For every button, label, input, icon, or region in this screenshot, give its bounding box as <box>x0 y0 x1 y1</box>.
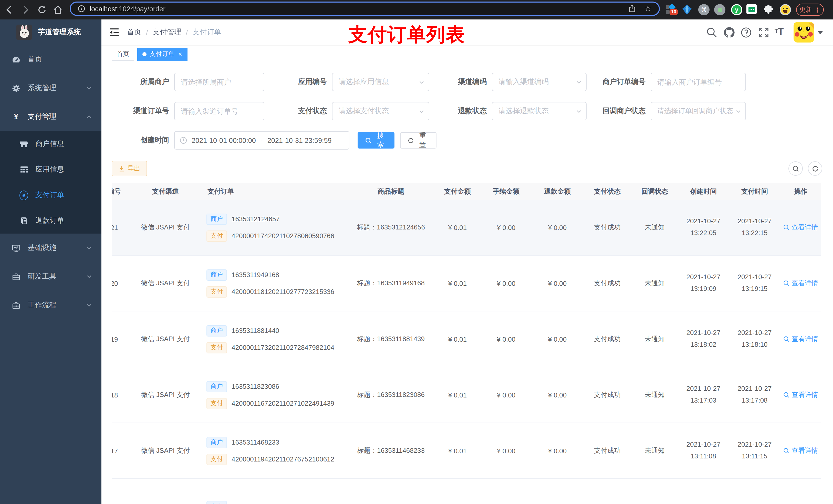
merchant-order-no-input[interactable] <box>651 73 746 91</box>
field-label: 退款状态 <box>430 106 492 116</box>
avatar[interactable] <box>793 22 814 43</box>
chevron-down-icon <box>86 85 92 91</box>
app-select[interactable]: 请选择应用信息 <box>332 73 429 91</box>
view-detail-link[interactable]: 查看详情 <box>783 223 818 232</box>
browser-update-button[interactable]: 更新⋮ <box>796 4 824 16</box>
callback-status-select[interactable]: 请选择订单回调商户状态 <box>651 102 746 120</box>
bookmark-star-icon[interactable]: ☆ <box>644 5 652 13</box>
app-logo: 芋道管理系统 <box>0 20 101 45</box>
magnifier-icon <box>783 280 789 286</box>
magnifier-icon <box>783 224 789 231</box>
documents-icon <box>20 216 28 225</box>
browser-menu-icon[interactable]: ⋮ <box>814 6 821 14</box>
home-icon[interactable] <box>53 5 63 15</box>
table-header: 编号 支付渠道 支付订单 商品标题 支付金额 手续金额 退款金额 支付状态 回调… <box>112 183 821 200</box>
briefcase-icon <box>12 301 21 310</box>
sidebar-item-label: 首页 <box>28 55 42 64</box>
field-label: 回调商户状态 <box>589 106 651 116</box>
sidebar-item-label: 基础设施 <box>28 243 56 253</box>
sidebar-item-label: 工作流程 <box>28 301 56 310</box>
sidebar-item-dev-tools[interactable]: 研发工具 <box>0 262 101 291</box>
export-button[interactable]: 导出 <box>112 161 147 176</box>
view-detail-link[interactable]: 查看详情 <box>783 446 818 455</box>
reload-icon[interactable] <box>37 5 47 15</box>
font-size-icon[interactable]: TT <box>775 27 786 39</box>
github-icon[interactable] <box>723 27 735 39</box>
col-pay-time: 支付时间 <box>729 187 780 196</box>
sidebar-item-pay-order[interactable]: ¥ 支付订单 <box>0 182 101 208</box>
create-time-range-input[interactable]: 2021-10-01 00:00:00 - 2021-10-31 23:59:5… <box>174 131 349 149</box>
sidebar: 芋道管理系统 首页 系统管理 ¥ 支付管理 商户信息 <box>0 20 101 504</box>
extension-y-icon[interactable]: y <box>731 4 742 15</box>
url-path: :1024/pay/order <box>117 5 165 13</box>
extension-dot-icon[interactable] <box>714 4 725 15</box>
sidebar-item-label: 退款订单 <box>35 216 64 225</box>
sidebar-item-payment[interactable]: ¥ 支付管理 <box>0 102 101 131</box>
sidebar-item-infrastructure[interactable]: 基础设施 <box>0 234 101 262</box>
dashboard-icon <box>12 55 21 64</box>
field-label: 创建时间 <box>113 136 174 145</box>
magnifier-icon <box>783 392 789 398</box>
view-detail-link[interactable]: 查看详情 <box>783 279 818 288</box>
view-detail-link[interactable]: 查看详情 <box>783 390 818 400</box>
breadcrumb-home[interactable]: 首页 <box>127 28 141 37</box>
extension-chat-icon[interactable] <box>746 4 758 15</box>
field-label: 所属商户 <box>113 77 174 87</box>
table-row: 21 微信 JSAPI 支付 商户1635312124657 支付4200001… <box>112 200 821 256</box>
help-icon[interactable] <box>740 27 752 39</box>
sidebar-item-refund-order[interactable]: 退款订单 <box>0 208 101 234</box>
extension-kite-icon[interactable] <box>681 4 693 15</box>
top-navbar: 首页 / 支付管理 / 支付订单 支付订单列表 TT <box>101 20 833 46</box>
back-icon[interactable] <box>4 5 14 15</box>
sidebar-item-system[interactable]: 系统管理 <box>0 74 101 102</box>
chevron-down-icon <box>576 79 582 86</box>
sidebar-item-workflow[interactable]: 工作流程 <box>0 291 101 320</box>
sidebar-item-merchant-info[interactable]: 商户信息 <box>0 131 101 157</box>
toggle-search-button[interactable] <box>788 161 803 176</box>
address-bar[interactable]: localhost:1024/pay/order ☆ <box>70 2 660 16</box>
breadcrumb-current: 支付订单 <box>193 28 221 37</box>
site-info-icon[interactable] <box>78 5 85 12</box>
sidebar-item-home[interactable]: 首页 <box>0 45 101 74</box>
sidebar-item-label: 商户信息 <box>35 139 64 148</box>
refund-status-select[interactable]: 请选择退款状态 <box>492 102 587 120</box>
update-label: 更新 <box>800 5 812 14</box>
refresh-table-button[interactable] <box>808 161 822 176</box>
reset-button[interactable]: 重置 <box>400 132 436 148</box>
fullscreen-icon[interactable] <box>758 27 769 39</box>
logo-avatar <box>16 25 32 40</box>
store-icon <box>20 140 28 148</box>
browser-toolbar: localhost:1024/pay/order ☆ 10 ⌘ y 更新⋮ <box>0 0 833 20</box>
extension-command-icon[interactable]: ⌘ <box>698 4 710 15</box>
search-button[interactable]: 搜索 <box>358 132 395 148</box>
extension-diamond-icon[interactable]: 10 <box>665 4 677 15</box>
extension-emoji-icon[interactable] <box>780 4 791 15</box>
view-detail-link[interactable]: 查看详情 <box>783 334 818 344</box>
tag-home[interactable]: 首页 <box>112 47 134 61</box>
gear-icon <box>12 84 21 93</box>
search-icon <box>365 137 372 144</box>
chevron-up-icon <box>86 114 92 120</box>
col-pay-amount: 支付金额 <box>434 187 480 196</box>
caret-down-icon[interactable] <box>818 31 823 34</box>
pay-status-select[interactable]: 请选择支付状态 <box>332 102 429 120</box>
close-icon[interactable]: × <box>178 51 182 57</box>
page-content: 所属商户 应用编号 请选择应用信息 渠道编码 请输入渠道编码 商户订单编号 <box>101 63 833 504</box>
merchant-input[interactable] <box>174 73 264 91</box>
channel-order-no-input[interactable] <box>174 102 264 120</box>
extensions-puzzle-icon[interactable] <box>763 4 774 15</box>
sidebar-item-label: 系统管理 <box>28 83 56 93</box>
chevron-down-icon <box>86 302 92 308</box>
channel-code-select[interactable]: 请输入渠道编码 <box>492 73 587 91</box>
forward-icon[interactable] <box>21 5 31 15</box>
sidebar-item-label: 支付管理 <box>28 112 56 121</box>
hamburger-icon[interactable] <box>109 28 119 37</box>
breadcrumb-pay-mgmt[interactable]: 支付管理 <box>153 28 181 37</box>
tag-pay-order[interactable]: 支付订单× <box>137 47 187 61</box>
sidebar-item-app-info[interactable]: 应用信息 <box>0 157 101 182</box>
merchant-tag: 商户 <box>207 325 227 336</box>
share-icon[interactable] <box>628 5 636 13</box>
search-icon[interactable] <box>706 27 718 39</box>
chevron-down-icon <box>86 245 92 251</box>
refresh-icon <box>812 165 818 172</box>
